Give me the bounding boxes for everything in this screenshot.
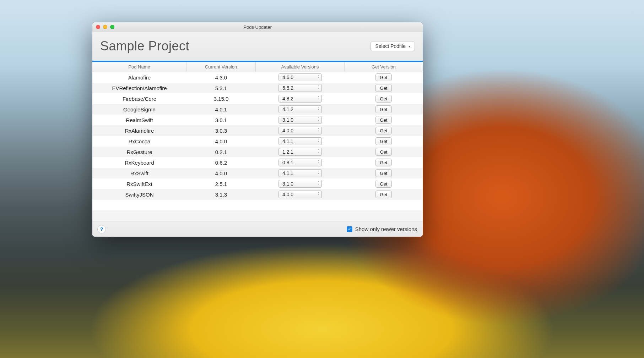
pod-name: GoogleSignIn	[92, 104, 186, 115]
stepper-icon: ˄˅	[318, 118, 319, 122]
get-button[interactable]: Get	[375, 180, 392, 188]
available-version-cell: 4.8.2˄˅	[256, 93, 345, 104]
current-version: 3.0.3	[186, 125, 256, 136]
available-version-value: 3.1.0	[282, 181, 293, 187]
table-row[interactable]: RxSwiftExt2.5.13.1.0˄˅Get	[92, 178, 423, 189]
current-version: 4.3.0	[186, 72, 256, 83]
available-version-picker[interactable]: 4.1.1˄˅	[278, 169, 322, 177]
statusbar: ? ✓ Show only newer versions	[92, 221, 423, 237]
pod-name: EVReflection/Alamofire	[92, 83, 186, 93]
available-version-picker[interactable]: 4.6.0˄˅	[278, 73, 322, 81]
current-version: 2.5.1	[186, 178, 256, 189]
available-version-value: 4.1.1	[282, 170, 293, 176]
available-version-value: 3.1.0	[282, 117, 293, 123]
toolbar: Sample Project Select Podfile ▾	[92, 32, 423, 61]
current-version: 4.0.0	[186, 136, 256, 147]
available-version-picker[interactable]: 4.0.0˄˅	[278, 127, 322, 134]
table-row[interactable]: RxGesture0.2.11.2.1˄˅Get	[92, 147, 423, 157]
get-button[interactable]: Get	[375, 105, 392, 113]
table-row[interactable]: RxCocoa4.0.04.1.1˄˅Get	[92, 136, 423, 147]
table-row[interactable]: Alamofire4.3.04.6.0˄˅Get	[92, 72, 423, 83]
get-button[interactable]: Get	[375, 137, 392, 145]
select-podfile-label: Select Podfile	[375, 43, 406, 49]
table-row[interactable]: EVReflection/Alamofire5.3.15.5.2˄˅Get	[92, 83, 423, 93]
available-version-cell: 4.6.0˄˅	[256, 72, 345, 83]
table-row[interactable]: RxSwift4.0.04.1.1˄˅Get	[92, 168, 423, 178]
get-version-cell: Get	[345, 93, 423, 104]
titlebar[interactable]: Pods Updater	[92, 22, 423, 32]
available-version-picker[interactable]: 1.2.1˄˅	[278, 148, 322, 156]
column-header-get[interactable]: Get Version	[345, 62, 423, 72]
table-body: Alamofire4.3.04.6.0˄˅GetEVReflection/Ala…	[92, 72, 423, 221]
table-row-empty	[92, 200, 423, 210]
available-version-value: 4.8.2	[282, 96, 293, 101]
available-version-value: 4.0.0	[282, 192, 293, 197]
get-version-cell: Get	[345, 157, 423, 168]
get-button[interactable]: Get	[375, 84, 392, 92]
current-version: 3.1.3	[186, 189, 256, 200]
get-button[interactable]: Get	[375, 73, 392, 81]
window-controls	[96, 25, 114, 29]
get-button[interactable]: Get	[375, 127, 392, 134]
get-button[interactable]: Get	[375, 159, 392, 166]
available-version-picker[interactable]: 4.1.2˄˅	[278, 105, 322, 113]
show-newer-label: Show only newer versions	[355, 226, 417, 232]
available-version-picker[interactable]: 3.1.0˄˅	[278, 180, 322, 188]
select-podfile-button[interactable]: Select Podfile ▾	[370, 41, 415, 51]
pod-name: RxCocoa	[92, 136, 186, 147]
table-row[interactable]: Firebase/Core3.15.04.8.2˄˅Get	[92, 93, 423, 104]
close-icon[interactable]	[96, 25, 100, 29]
table-row-empty	[92, 210, 423, 221]
available-version-picker[interactable]: 5.5.2˄˅	[278, 84, 322, 92]
get-button[interactable]: Get	[375, 191, 392, 198]
stepper-icon: ˄˅	[318, 139, 319, 143]
available-version-value: 4.1.2	[282, 106, 293, 112]
get-button[interactable]: Get	[375, 169, 392, 177]
column-header-name[interactable]: Pod Name	[92, 62, 186, 72]
stepper-icon: ˄˅	[318, 107, 319, 111]
table-row[interactable]: RxKeyboard0.6.20.8.1˄˅Get	[92, 157, 423, 168]
available-version-cell: 4.1.2˄˅	[256, 104, 345, 115]
help-button[interactable]: ?	[97, 225, 106, 233]
column-header-current[interactable]: Current Version	[186, 62, 256, 72]
pod-name: RxGesture	[92, 147, 186, 157]
pods-table: Pod Name Current Version Available Versi…	[92, 62, 423, 221]
current-version: 5.3.1	[186, 83, 256, 93]
show-newer-checkbox[interactable]: ✓ Show only newer versions	[347, 226, 417, 232]
current-version: 4.0.1	[186, 104, 256, 115]
stepper-icon: ˄˅	[318, 97, 319, 101]
zoom-icon[interactable]	[110, 25, 114, 29]
available-version-cell: 4.0.0˄˅	[256, 189, 345, 200]
available-version-picker[interactable]: 4.8.2˄˅	[278, 95, 322, 103]
available-version-picker[interactable]: 0.8.1˄˅	[278, 159, 322, 166]
get-version-cell: Get	[345, 178, 423, 189]
stepper-icon: ˄˅	[318, 150, 319, 154]
table-row[interactable]: GoogleSignIn4.0.14.1.2˄˅Get	[92, 104, 423, 115]
available-version-cell: 4.1.1˄˅	[256, 168, 345, 178]
pod-name: Firebase/Core	[92, 93, 186, 104]
stepper-icon: ˄˅	[318, 160, 319, 165]
stepper-icon: ˄˅	[318, 128, 319, 133]
stepper-icon: ˄˅	[318, 171, 319, 175]
minimize-icon[interactable]	[103, 25, 107, 29]
window-title: Pods Updater	[243, 24, 272, 30]
desktop-background: Pods Updater Sample Project Select Podfi…	[0, 0, 644, 358]
table-row[interactable]: SwiftyJSON3.1.34.0.0˄˅Get	[92, 189, 423, 200]
available-version-picker[interactable]: 4.1.1˄˅	[278, 137, 322, 145]
table-header: Pod Name Current Version Available Versi…	[92, 62, 423, 72]
pod-name: Alamofire	[92, 72, 186, 83]
stepper-icon: ˄˅	[318, 75, 319, 79]
current-version: 3.0.1	[186, 115, 256, 125]
available-version-cell: 1.2.1˄˅	[256, 147, 345, 157]
column-header-available[interactable]: Available Versions	[256, 62, 345, 72]
table-row[interactable]: RxAlamofire3.0.34.0.0˄˅Get	[92, 125, 423, 136]
table-row[interactable]: RealmSwift3.0.13.1.0˄˅Get	[92, 115, 423, 125]
get-button[interactable]: Get	[375, 148, 392, 156]
available-version-picker[interactable]: 4.0.0˄˅	[278, 191, 322, 198]
get-button[interactable]: Get	[375, 95, 392, 103]
help-icon: ?	[100, 226, 103, 232]
available-version-value: 4.1.1	[282, 138, 293, 144]
get-button[interactable]: Get	[375, 116, 392, 124]
available-version-picker[interactable]: 3.1.0˄˅	[278, 116, 322, 124]
get-version-cell: Get	[345, 115, 423, 125]
